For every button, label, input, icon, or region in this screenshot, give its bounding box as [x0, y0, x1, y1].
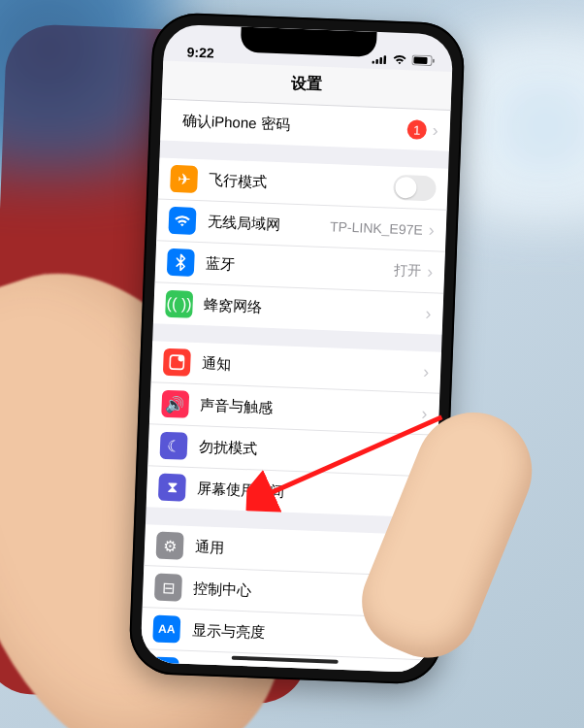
wifi-icon: [392, 52, 407, 69]
cellular-icon: (( )): [165, 290, 193, 318]
notch: [241, 27, 377, 57]
svg-rect-3: [383, 55, 386, 64]
bluetooth-label: 蓝牙: [206, 254, 395, 280]
chevron-right-icon: ›: [432, 121, 438, 139]
notifications-label: 通知: [202, 354, 424, 381]
bluetooth-detail: 打开: [394, 262, 422, 281]
display-icon: AA: [152, 615, 180, 644]
wifi-detail: TP-LINK_E97E: [330, 218, 423, 238]
svg-rect-2: [379, 57, 382, 64]
accessibility-icon: [151, 657, 179, 674]
svg-point-9: [157, 663, 173, 673]
wifi-label: 无线局域网: [208, 213, 331, 236]
svg-rect-1: [375, 59, 378, 64]
cellular-label: 蜂窝网络: [204, 296, 426, 323]
svg-rect-5: [413, 56, 427, 64]
chevron-right-icon: ›: [423, 363, 430, 381]
wifi-icon: [168, 207, 196, 235]
screentime-icon: ⧗: [158, 474, 186, 502]
airplane-label: 飞行模式: [209, 171, 394, 196]
general-icon: ⚙: [156, 532, 184, 560]
chevron-right-icon: ›: [425, 305, 432, 322]
sounds-icon: 🔊: [161, 390, 189, 418]
notifications-icon: [163, 348, 191, 377]
airplane-icon: ✈: [170, 165, 198, 193]
screentime-label: 屏幕使用时间: [197, 480, 419, 507]
battery-icon: [411, 52, 436, 69]
chevron-right-icon: ›: [421, 405, 428, 422]
bluetooth-icon: [167, 248, 195, 277]
chevron-right-icon: ›: [428, 221, 435, 239]
confirm-password-badge: 1: [406, 119, 427, 140]
svg-rect-0: [372, 61, 374, 64]
accessibility-label: 辅助功能: [190, 663, 412, 674]
svg-point-10: [164, 666, 167, 669]
airplane-toggle[interactable]: [393, 175, 437, 202]
dnd-icon: ☾: [160, 432, 188, 460]
control-center-icon: ⊟: [154, 574, 182, 602]
svg-rect-6: [433, 59, 435, 63]
signal-icon: [372, 51, 388, 68]
dnd-label: 勿扰模式: [199, 438, 421, 465]
sounds-label: 声音与触感: [200, 396, 422, 423]
confirm-password-label: 确认iPhone 密码: [182, 112, 408, 139]
chevron-right-icon: ›: [427, 263, 434, 281]
chevron-right-icon: ›: [411, 672, 418, 674]
